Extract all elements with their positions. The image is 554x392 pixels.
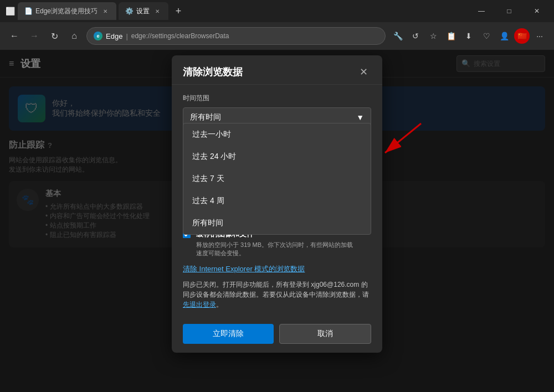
clear-now-button[interactable]: 立即清除 <box>183 324 274 344</box>
address-input[interactable]: e Edge | edge://settings/clearBrowserDat… <box>86 27 386 45</box>
tab-settings[interactable]: ⚙️ 设置 ✕ <box>119 2 168 20</box>
flag-icon[interactable]: 🇨🇳 <box>514 28 530 44</box>
tab2-close[interactable]: ✕ <box>153 7 162 16</box>
edge-logo-icon: e <box>94 32 102 40</box>
refresh-favorites-icon[interactable]: ↺ <box>408 28 423 44</box>
time-range-dropdown-menu: 过去一小时 过去 24 小时 过去 7 天 过去 4 周 所有时间 <box>183 123 371 235</box>
dropdown-selected-value: 所有时间 <box>190 112 221 122</box>
address-bar: ← → ↻ ⌂ e Edge | edge://settings/clearBr… <box>0 22 554 50</box>
option-4w[interactable]: 过去 4 周 <box>183 190 371 212</box>
option-24h[interactable]: 过去 24 小时 <box>183 146 371 168</box>
tab-edge-tips[interactable]: 📄 Edge浏览器使用技巧 ✕ <box>18 2 116 20</box>
tab-bar: ⬜ 📄 Edge浏览器使用技巧 ✕ ⚙️ 设置 ✕ + — □ ✕ <box>0 0 554 22</box>
profile-icon[interactable]: 👤 <box>496 28 512 44</box>
address-url: edge://settings/clearBrowserData <box>131 32 229 40</box>
tab1-close[interactable]: ✕ <box>101 7 110 16</box>
address-brand: Edge <box>106 32 122 40</box>
tab-bar-left: ⬜ <box>4 6 16 17</box>
collections-icon[interactable]: 📋 <box>443 28 459 44</box>
sync-notice: 同步已关闭。打开同步功能后，所有登录到 xjg06@126.com 的同步设备都… <box>183 280 371 310</box>
tab2-label: 设置 <box>136 7 150 16</box>
sidebar-toggle-icon[interactable]: ⬜ <box>4 6 16 17</box>
ie-mode-link[interactable]: 清除 Internet Explorer 模式的浏览数据 <box>183 264 371 274</box>
toolbar-icons: 🔧 ↺ ☆ 📋 ⬇ ♡ 👤 🇨🇳 ··· <box>390 28 547 44</box>
new-tab-button[interactable]: + <box>171 3 186 19</box>
option-all[interactable]: 所有时间 <box>183 212 371 234</box>
back-button[interactable]: ← <box>7 28 22 44</box>
minimize-button[interactable]: — <box>469 2 494 20</box>
browser-chrome: ⬜ 📄 Edge浏览器使用技巧 ✕ ⚙️ 设置 ✕ + — □ ✕ ← → ↻ … <box>0 0 554 50</box>
address-separator: | <box>126 32 127 40</box>
star-icon[interactable]: ☆ <box>425 28 441 44</box>
dropdown-arrow-icon: ▼ <box>356 113 364 122</box>
dialog-body: 时间范围 所有时间 ▼ 过去一小时 过去 24 小时 过去 7 天 过去 4 周 <box>172 85 382 324</box>
settings-page: ≡ 设置 🔍 🛡 你好，我们将始终保护你的隐私和安全 防止跟踪 ? 网站会使用跟… <box>0 50 554 392</box>
cancel-button[interactable]: 取消 <box>279 324 371 344</box>
dialog-header: 清除浏览数据 ✕ <box>172 55 382 85</box>
dialog-title: 清除浏览数据 <box>183 65 243 79</box>
close-button[interactable]: ✕ <box>524 2 550 20</box>
window-controls: — □ ✕ <box>469 2 550 20</box>
cached-files-desc: 释放的空间小于 319 MB。你下次访问时，有些网站的加载速度可能会变慢。 <box>196 241 353 257</box>
time-range-label: 时间范围 <box>183 94 371 103</box>
tab1-icon: 📄 <box>24 7 32 15</box>
tab1-label: Edge浏览器使用技巧 <box>35 7 98 16</box>
download-icon[interactable]: ⬇ <box>461 28 476 44</box>
forward-button[interactable]: → <box>27 28 42 44</box>
dialog-footer: 立即清除 取消 <box>172 324 382 353</box>
tab2-icon: ⚙️ <box>125 7 133 15</box>
home-button[interactable]: ⌂ <box>66 28 82 44</box>
maximize-button[interactable]: □ <box>496 2 522 20</box>
clear-browser-data-dialog: 清除浏览数据 ✕ 时间范围 所有时间 ▼ 过去一小时 过去 24 小时 过去 7… <box>172 55 382 353</box>
dialog-close-button[interactable]: ✕ <box>356 64 371 80</box>
logout-link[interactable]: 先退出登录 <box>183 301 216 308</box>
refresh-button[interactable]: ↻ <box>47 28 62 44</box>
option-1h[interactable]: 过去一小时 <box>183 123 371 146</box>
favorites-icon[interactable]: 🔧 <box>390 28 406 44</box>
more-icon[interactable]: ··· <box>532 28 547 44</box>
heart-icon[interactable]: ♡ <box>479 28 494 44</box>
option-7d[interactable]: 过去 7 天 <box>183 168 371 190</box>
